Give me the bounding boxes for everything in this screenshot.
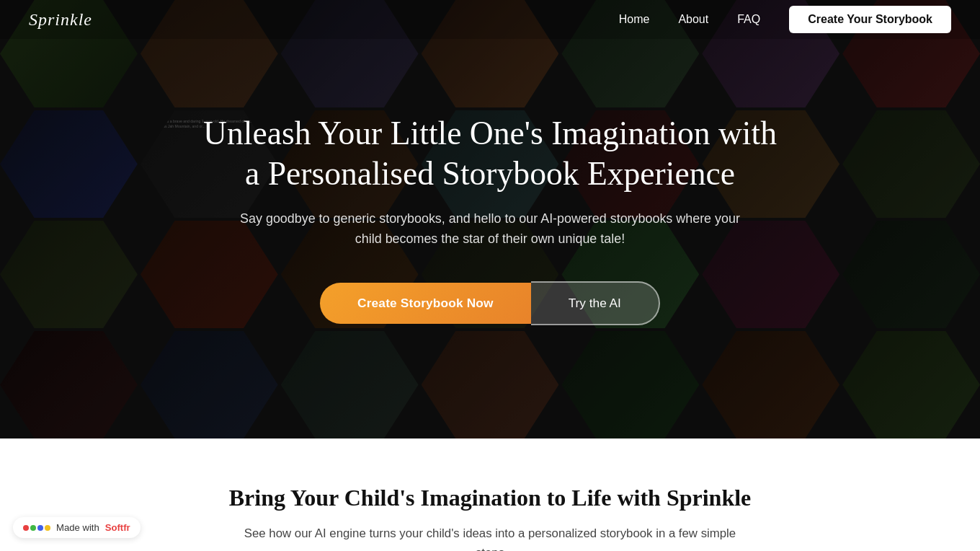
nav-create-storybook-button[interactable]: Create Your Storybook [789, 6, 951, 33]
softfr-badge: Made with Softfr [13, 517, 141, 538]
dot-red [23, 525, 29, 531]
dot-green [30, 525, 36, 531]
dot-blue [37, 525, 43, 531]
nav-links: Home About FAQ Create Your Storybook [619, 6, 951, 33]
hero-buttons: Create Storybook Now Try the AI [203, 281, 777, 325]
badge-made-with: Made with [56, 522, 99, 533]
hero-subtitle: Say goodbye to generic storybooks, and h… [203, 209, 777, 250]
below-hero-section: Bring Your Child's Imagination to Life w… [0, 438, 980, 551]
hero-title: Unleash Your Little One's Imagination wi… [203, 113, 777, 193]
logo: Sprinkle [29, 10, 92, 30]
below-subtitle: See how our AI engine turns your child's… [238, 524, 742, 551]
create-storybook-button[interactable]: Create Storybook Now [320, 283, 531, 324]
softfr-dots [23, 525, 50, 531]
nav-home[interactable]: Home [619, 13, 650, 26]
below-title: Bring Your Child's Imagination to Life w… [29, 485, 951, 511]
hero-content: Unleash Your Little One's Imagination wi… [174, 113, 806, 325]
dot-yellow [45, 525, 50, 531]
badge-brand: Softfr [105, 522, 130, 533]
navbar: Sprinkle Home About FAQ Create Your Stor… [0, 0, 980, 39]
nav-about[interactable]: About [678, 13, 708, 26]
hero-section: Marsha was a brave and daring 3-year-old… [0, 0, 980, 438]
try-ai-button[interactable]: Try the AI [531, 281, 660, 325]
nav-faq[interactable]: FAQ [737, 13, 760, 26]
